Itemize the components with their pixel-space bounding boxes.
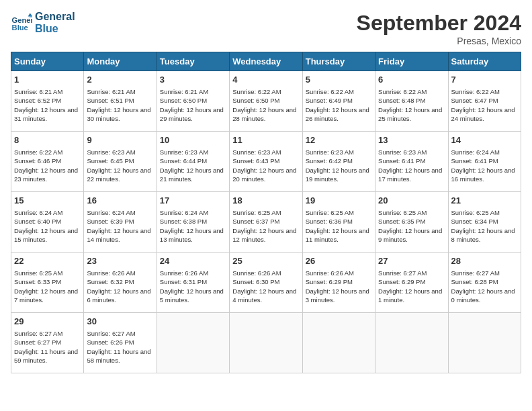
sunset-label: Sunset: 6:44 PM xyxy=(160,157,207,165)
day-number: 11 xyxy=(232,134,299,146)
day-number: 2 xyxy=(87,74,153,86)
day-cell-23: 23Sunrise: 6:26 AMSunset: 6:32 PMDayligh… xyxy=(84,253,157,313)
day-cell-28: 28Sunrise: 6:27 AMSunset: 6:28 PMDayligh… xyxy=(448,253,521,313)
day-cell-27: 27Sunrise: 6:27 AMSunset: 6:29 PMDayligh… xyxy=(375,253,448,313)
sunrise-label: Sunrise: 6:24 AM xyxy=(87,209,135,216)
sunset-label: Sunset: 6:29 PM xyxy=(306,278,353,285)
day-number: 28 xyxy=(451,255,518,267)
day-number: 17 xyxy=(160,195,226,207)
sunset-label: Sunset: 6:52 PM xyxy=(14,97,61,104)
week-row-0: 1Sunrise: 6:21 AMSunset: 6:52 PMDaylight… xyxy=(11,71,521,132)
daylight-label: Daylight: 12 hours and 8 minutes. xyxy=(451,227,515,243)
day-cell-6: 6Sunrise: 6:22 AMSunset: 6:48 PMDaylight… xyxy=(375,71,448,132)
daylight-label: Daylight: 12 hours and 3 minutes. xyxy=(306,287,369,304)
daylight-label: Daylight: 12 hours and 6 minutes. xyxy=(87,287,150,304)
sunrise-label: Sunrise: 6:27 AM xyxy=(451,269,500,277)
day-cell-9: 9Sunrise: 6:23 AMSunset: 6:45 PMDaylight… xyxy=(84,132,157,192)
sunset-label: Sunset: 6:36 PM xyxy=(306,218,353,225)
day-number: 29 xyxy=(14,316,81,328)
sunset-label: Sunset: 6:51 PM xyxy=(87,97,134,104)
sunrise-label: Sunrise: 6:25 AM xyxy=(14,269,62,277)
calendar-table: SundayMondayTuesdayWednesdayThursdayFrid… xyxy=(11,52,521,373)
sunrise-label: Sunrise: 6:25 AM xyxy=(378,209,427,216)
sunrise-label: Sunrise: 6:23 AM xyxy=(87,148,135,156)
sunrise-label: Sunrise: 6:25 AM xyxy=(451,209,500,216)
daylight-label: Daylight: 12 hours and 12 minutes. xyxy=(232,227,296,243)
day-number: 21 xyxy=(451,195,518,207)
logo-text-general: General xyxy=(35,11,75,23)
sunset-label: Sunset: 6:38 PM xyxy=(160,218,207,225)
sunset-label: Sunset: 6:39 PM xyxy=(87,218,134,225)
day-cell-7: 7Sunrise: 6:22 AMSunset: 6:47 PMDaylight… xyxy=(448,71,521,132)
daylight-label: Daylight: 12 hours and 14 minutes. xyxy=(87,227,150,243)
daylight-label: Daylight: 12 hours and 19 minutes. xyxy=(306,167,369,183)
day-cell-24: 24Sunrise: 6:26 AMSunset: 6:31 PMDayligh… xyxy=(157,253,229,313)
daylight-label: Daylight: 12 hours and 30 minutes. xyxy=(87,106,150,122)
sunrise-label: Sunrise: 6:24 AM xyxy=(451,148,500,156)
sunrise-label: Sunrise: 6:22 AM xyxy=(14,148,62,156)
logo-icon: General Blue xyxy=(11,12,32,34)
day-cell-19: 19Sunrise: 6:25 AMSunset: 6:36 PMDayligh… xyxy=(302,192,375,253)
sunrise-label: Sunrise: 6:27 AM xyxy=(14,330,62,337)
sunrise-label: Sunrise: 6:25 AM xyxy=(232,209,281,216)
daylight-label: Daylight: 12 hours and 24 minutes. xyxy=(451,106,515,122)
title-area: September 2024 Presas, Mexico xyxy=(357,11,521,46)
sunset-label: Sunset: 6:35 PM xyxy=(378,218,425,225)
logo: General Blue General Blue xyxy=(11,11,75,34)
day-number: 1 xyxy=(14,74,81,86)
day-cell-8: 8Sunrise: 6:22 AMSunset: 6:46 PMDaylight… xyxy=(11,132,84,192)
month-title: September 2024 xyxy=(357,11,521,36)
day-number: 27 xyxy=(378,255,445,267)
daylight-label: Daylight: 12 hours and 23 minutes. xyxy=(14,167,78,183)
day-number: 22 xyxy=(14,255,81,267)
day-cell-20: 20Sunrise: 6:25 AMSunset: 6:35 PMDayligh… xyxy=(375,192,448,253)
logo-text-blue: Blue xyxy=(35,23,75,35)
daylight-label: Daylight: 12 hours and 28 minutes. xyxy=(232,106,296,122)
day-cell-12: 12Sunrise: 6:23 AMSunset: 6:42 PMDayligh… xyxy=(302,132,375,192)
day-cell-14: 14Sunrise: 6:24 AMSunset: 6:41 PMDayligh… xyxy=(448,132,521,192)
sunrise-label: Sunrise: 6:22 AM xyxy=(378,88,427,95)
daylight-label: Daylight: 12 hours and 29 minutes. xyxy=(160,106,224,122)
day-number: 12 xyxy=(306,134,372,146)
day-cell-4: 4Sunrise: 6:22 AMSunset: 6:50 PMDaylight… xyxy=(230,71,302,132)
sunrise-label: Sunrise: 6:23 AM xyxy=(160,148,208,156)
empty-cell xyxy=(302,313,375,373)
daylight-label: Daylight: 12 hours and 0 minutes. xyxy=(451,287,515,304)
sunset-label: Sunset: 6:45 PM xyxy=(87,157,134,165)
day-cell-1: 1Sunrise: 6:21 AMSunset: 6:52 PMDaylight… xyxy=(11,71,84,132)
svg-text:Blue: Blue xyxy=(12,24,28,32)
sunset-label: Sunset: 6:50 PM xyxy=(160,97,207,104)
sunrise-label: Sunrise: 6:26 AM xyxy=(87,269,135,277)
day-number: 9 xyxy=(87,134,153,146)
daylight-label: Daylight: 12 hours and 26 minutes. xyxy=(306,106,369,122)
daylight-label: Daylight: 12 hours and 11 minutes. xyxy=(306,227,369,243)
day-cell-15: 15Sunrise: 6:24 AMSunset: 6:40 PMDayligh… xyxy=(11,192,84,253)
day-number: 23 xyxy=(87,255,153,267)
sunset-label: Sunset: 6:32 PM xyxy=(87,278,134,285)
location: Presas, Mexico xyxy=(357,36,521,46)
sunset-label: Sunset: 6:47 PM xyxy=(451,97,498,104)
sunrise-label: Sunrise: 6:24 AM xyxy=(14,209,62,216)
page-header: General Blue General Blue September 2024… xyxy=(11,11,521,46)
sunrise-label: Sunrise: 6:22 AM xyxy=(232,88,281,95)
day-number: 19 xyxy=(306,195,372,207)
sunset-label: Sunset: 6:41 PM xyxy=(378,157,425,165)
day-cell-3: 3Sunrise: 6:21 AMSunset: 6:50 PMDaylight… xyxy=(157,71,229,132)
day-number: 7 xyxy=(451,74,518,86)
daylight-label: Daylight: 12 hours and 7 minutes. xyxy=(14,287,78,304)
day-cell-30: 30Sunrise: 6:27 AMSunset: 6:26 PMDayligh… xyxy=(84,313,157,373)
daylight-label: Daylight: 12 hours and 5 minutes. xyxy=(160,287,224,304)
daylight-label: Daylight: 12 hours and 16 minutes. xyxy=(451,167,515,183)
sunset-label: Sunset: 6:49 PM xyxy=(306,97,353,104)
sunset-label: Sunset: 6:48 PM xyxy=(378,97,425,104)
sunrise-label: Sunrise: 6:23 AM xyxy=(232,148,281,156)
day-number: 14 xyxy=(451,134,518,146)
day-cell-13: 13Sunrise: 6:23 AMSunset: 6:41 PMDayligh… xyxy=(375,132,448,192)
day-number: 6 xyxy=(378,74,445,86)
daylight-label: Daylight: 11 hours and 58 minutes. xyxy=(87,348,150,364)
header-wednesday: Wednesday xyxy=(230,52,302,71)
empty-cell xyxy=(230,313,302,373)
daylight-label: Daylight: 12 hours and 4 minutes. xyxy=(232,287,296,304)
sunrise-label: Sunrise: 6:21 AM xyxy=(160,88,208,95)
header-sunday: Sunday xyxy=(11,52,84,71)
